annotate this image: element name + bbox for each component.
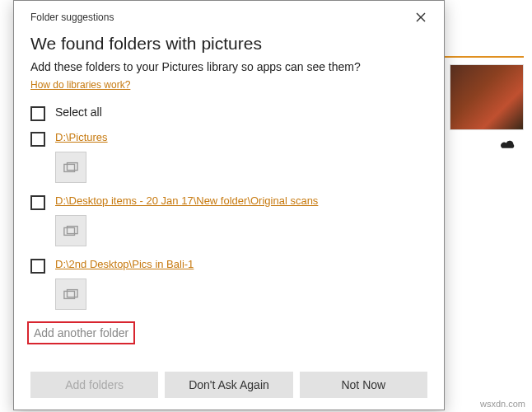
folder-path-link[interactable]: D:\Pictures — [55, 131, 108, 143]
not-now-button[interactable]: Not Now — [300, 372, 427, 398]
select-all-label: Select all — [55, 105, 102, 119]
help-link[interactable]: How do libraries work? — [30, 79, 130, 91]
close-button[interactable] — [409, 6, 432, 29]
dialog-subtext: Add these folders to your Pictures libra… — [30, 60, 427, 73]
watermark-text: wsxdn.com — [480, 399, 525, 409]
folder-path-link[interactable]: D:\2nd Desktop\Pics in Bali-1 — [55, 258, 194, 270]
folder-checkbox[interactable] — [30, 259, 45, 274]
cloud-icon — [499, 138, 517, 155]
dialog-heading: We found folders with pictures — [30, 34, 427, 54]
select-all-checkbox[interactable] — [30, 106, 45, 121]
dialog-title: Folder suggestions — [30, 12, 114, 23]
background-photo-thumbnail[interactable] — [450, 64, 524, 130]
dont-ask-again-button[interactable]: Don't Ask Again — [165, 372, 292, 398]
folder-checkbox[interactable] — [30, 195, 45, 210]
folder-path-link[interactable]: D:\Desktop items - 20 Jan 17\New folder\… — [55, 194, 318, 207]
folder-thumbnail[interactable] — [55, 152, 86, 183]
folder-thumbnail[interactable] — [55, 215, 86, 246]
folder-checkbox[interactable] — [30, 132, 45, 147]
folder-thumbnail[interactable] — [55, 279, 86, 310]
add-folders-button[interactable]: Add folders — [30, 372, 158, 398]
folder-suggestions-dialog: Folder suggestions We found folders with… — [13, 0, 445, 410]
add-another-folder-button[interactable]: Add another folder — [27, 321, 135, 344]
